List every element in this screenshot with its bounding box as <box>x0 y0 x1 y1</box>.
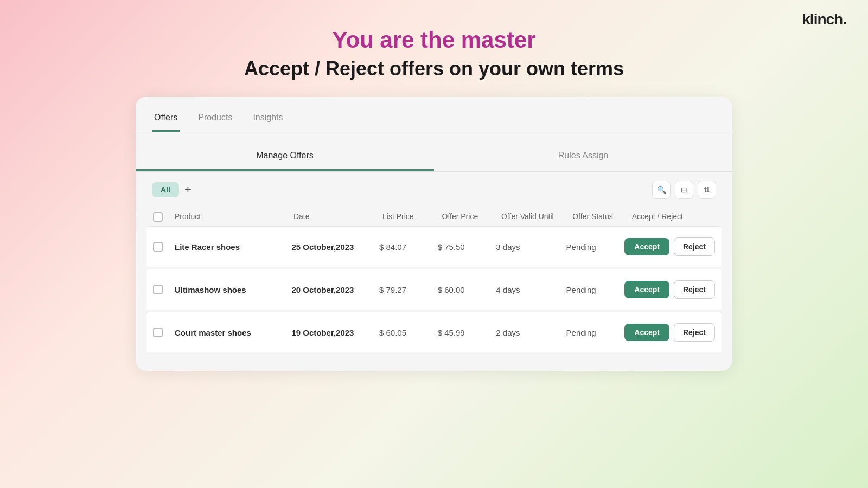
table-row: Ultimashow shoes 20 October,2023 $ 79.27… <box>146 269 722 310</box>
table-header: Product Date List Price Offer Price Offe… <box>146 208 722 226</box>
header-product: Product <box>175 212 293 222</box>
row1-accept-button[interactable]: Accept <box>624 238 669 255</box>
row2-valid-until: 4 days <box>496 285 566 294</box>
row2-actions: Accept Reject <box>624 280 715 299</box>
row1-status: Pending <box>566 242 625 252</box>
toolbar-right: 🔍 ⊟ ⇅ <box>652 181 716 199</box>
row1-reject-button[interactable]: Reject <box>674 237 715 256</box>
header-checkbox-col <box>153 212 175 222</box>
filter-icon: ⊟ <box>681 185 687 194</box>
header-list-price: List Price <box>382 212 442 222</box>
offers-table: Product Date List Price Offer Price Offe… <box>136 208 732 352</box>
select-all-checkbox[interactable] <box>153 212 163 222</box>
toolbar: All + 🔍 ⊟ ⇅ <box>136 172 732 208</box>
logo: klinch. <box>802 11 846 28</box>
row3-status: Pending <box>566 328 625 337</box>
all-filter-button[interactable]: All <box>152 182 179 197</box>
tab-manage-offers[interactable]: Manage Offers <box>136 143 434 171</box>
row3-checkbox-col <box>153 328 175 337</box>
row2-offer-price: $ 60.00 <box>438 285 496 294</box>
sort-button[interactable]: ⇅ <box>698 181 716 199</box>
row3-checkbox[interactable] <box>153 328 163 337</box>
tab-products[interactable]: Products <box>196 107 234 132</box>
header-status: Offer Status <box>572 212 631 222</box>
tab-rules-assign[interactable]: Rules Assign <box>434 143 732 171</box>
row1-list-price: $ 84.07 <box>379 242 438 252</box>
row2-list-price: $ 79.27 <box>379 285 438 294</box>
header-actions: Accept / Reject <box>632 212 715 222</box>
search-icon: 🔍 <box>657 185 666 194</box>
inner-tabs: Manage Offers Rules Assign <box>136 143 732 172</box>
row3-actions: Accept Reject <box>624 323 715 342</box>
row1-product: Lite Racer shoes <box>175 242 291 252</box>
row1-offer-price: $ 75.50 <box>438 242 496 252</box>
row1-valid-until: 3 days <box>496 242 566 252</box>
nav-tabs: Offers Products Insights <box>136 97 732 132</box>
row3-product: Court master shoes <box>175 328 291 337</box>
row3-accept-button[interactable]: Accept <box>624 324 669 341</box>
main-card: Offers Products Insights Manage Offers R… <box>136 97 732 371</box>
filter-button[interactable]: ⊟ <box>675 181 693 199</box>
row1-checkbox[interactable] <box>153 242 163 252</box>
header-valid-until: Offer Valid Until <box>501 212 572 222</box>
row2-checkbox-col <box>153 285 175 294</box>
row1-date: 25 October,2023 <box>291 242 379 252</box>
row2-reject-button[interactable]: Reject <box>674 280 715 299</box>
add-filter-button[interactable]: + <box>184 184 192 196</box>
sort-icon: ⇅ <box>704 185 710 194</box>
header-date: Date <box>293 212 382 222</box>
row2-checkbox[interactable] <box>153 285 163 294</box>
hero-section: You are the master Accept / Reject offer… <box>244 27 624 80</box>
logo-text: klinch. <box>802 11 846 28</box>
hero-title: You are the master <box>244 27 624 53</box>
row3-date: 19 October,2023 <box>291 328 379 337</box>
row3-list-price: $ 60.05 <box>379 328 438 337</box>
table-row: Lite Racer shoes 25 October,2023 $ 84.07… <box>146 226 722 267</box>
search-button[interactable]: 🔍 <box>652 181 671 199</box>
row2-product: Ultimashow shoes <box>175 285 291 294</box>
header-offer-price: Offer Price <box>442 212 501 222</box>
row3-reject-button[interactable]: Reject <box>674 323 715 342</box>
row1-checkbox-col <box>153 242 175 252</box>
row1-actions: Accept Reject <box>624 237 715 256</box>
row3-valid-until: 2 days <box>496 328 566 337</box>
table-row: Court master shoes 19 October,2023 $ 60.… <box>146 312 722 352</box>
tab-offers[interactable]: Offers <box>152 107 180 132</box>
tab-insights[interactable]: Insights <box>251 107 285 132</box>
row2-date: 20 October,2023 <box>291 285 379 294</box>
row3-offer-price: $ 45.99 <box>438 328 496 337</box>
row2-status: Pending <box>566 285 625 294</box>
hero-subtitle: Accept / Reject offers on your own terms <box>244 57 624 80</box>
row2-accept-button[interactable]: Accept <box>624 281 669 298</box>
